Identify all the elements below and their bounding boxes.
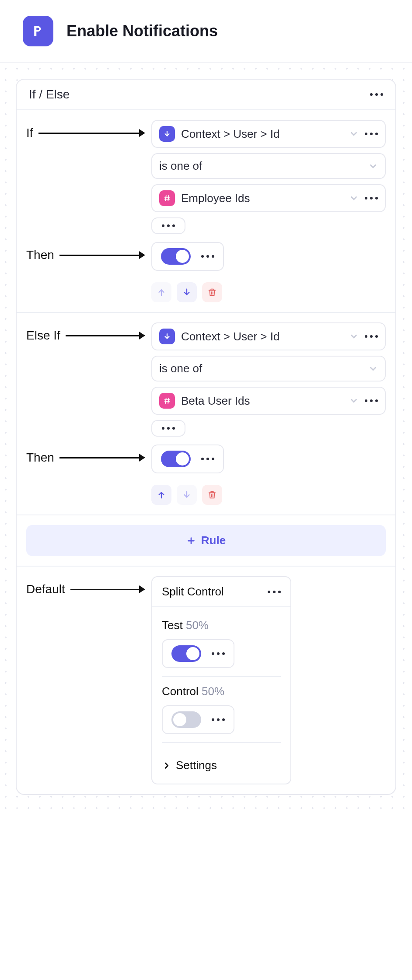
delete-rule-button[interactable] <box>202 485 222 505</box>
if-label: If <box>26 126 33 140</box>
arrow-down-circle-icon <box>159 329 175 344</box>
chevron-down-icon <box>368 364 378 374</box>
elseif-label-arrow: Else If <box>26 322 144 343</box>
then-label: Then <box>26 248 54 262</box>
then-toggle[interactable] <box>161 451 191 467</box>
then-label-arrow: Then <box>26 242 144 262</box>
chevron-down-icon <box>349 332 359 341</box>
chevron-down-icon <box>368 161 378 171</box>
add-rule-button[interactable]: Rule <box>26 525 386 556</box>
value-selector[interactable]: Beta User Ids <box>151 387 386 415</box>
add-condition-button[interactable] <box>151 217 185 234</box>
default-label: Default <box>26 582 65 596</box>
default-label-arrow: Default <box>26 576 144 596</box>
add-condition-button[interactable] <box>151 420 185 437</box>
split-group-toggle[interactable] <box>171 645 201 662</box>
chevron-right-icon <box>162 761 171 770</box>
split-group-value-container <box>162 639 234 668</box>
attribute-selector[interactable]: Context > User > Id <box>151 322 386 350</box>
add-rule-label: Rule <box>201 534 226 547</box>
split-group-name: Control <box>162 685 199 698</box>
move-down-button[interactable] <box>177 282 197 302</box>
operator-selector[interactable]: is one of <box>151 153 386 179</box>
rule-card: If / Else If Context > User > Id <box>16 79 396 795</box>
if-label-arrow: If <box>26 120 144 140</box>
split-group-menu-button[interactable] <box>212 718 225 721</box>
attribute-selector[interactable]: Context > User > Id <box>151 120 386 148</box>
split-group-percent: 50% <box>202 685 224 698</box>
then-menu-button[interactable] <box>201 255 214 258</box>
move-down-button <box>177 485 197 505</box>
then-menu-button[interactable] <box>201 458 214 460</box>
split-group-name: Test <box>162 619 183 632</box>
canvas: If / Else If Context > User > Id <box>0 63 412 811</box>
move-up-button <box>151 282 171 302</box>
attribute-menu-button[interactable] <box>365 335 378 338</box>
operator-text: is one of <box>159 159 362 173</box>
attribute-text: Context > User > Id <box>181 127 343 141</box>
arrow-down-circle-icon <box>159 126 175 142</box>
split-group-value-container <box>162 705 234 734</box>
then-value-container <box>151 242 224 271</box>
move-up-button[interactable] <box>151 485 171 505</box>
split-header: Split Control <box>152 577 290 607</box>
chevron-down-icon <box>349 129 359 139</box>
add-rule-section: Rule <box>17 515 395 567</box>
rule-block: Else If Context > User > Id is one of <box>17 313 395 515</box>
split-settings-label: Settings <box>176 759 217 772</box>
chevron-down-icon <box>349 396 359 406</box>
attribute-text: Context > User > Id <box>181 330 343 343</box>
card-title: If / Else <box>29 88 70 102</box>
split-settings-button[interactable]: Settings <box>162 751 281 772</box>
page-title: Enable Notifications <box>66 22 218 40</box>
split-group-menu-button[interactable] <box>212 652 225 655</box>
value-text: Employee Ids <box>181 192 343 205</box>
split-title: Split Control <box>162 585 224 598</box>
operator-selector[interactable]: is one of <box>151 356 386 382</box>
hash-icon <box>159 190 175 206</box>
split-group-toggle[interactable] <box>171 711 201 728</box>
split-menu-button[interactable] <box>268 591 281 593</box>
split-settings-item: Settings <box>162 743 281 775</box>
value-menu-button[interactable] <box>365 399 378 402</box>
elseif-label: Else If <box>26 329 60 343</box>
default-block: Default Split Control Test <box>17 567 395 794</box>
card-header: If / Else <box>17 80 395 110</box>
then-label: Then <box>26 451 54 465</box>
app-icon <box>23 16 53 46</box>
delete-rule-button[interactable] <box>202 282 222 302</box>
split-group: Test 50% <box>162 616 281 677</box>
operator-text: is one of <box>159 362 362 375</box>
then-toggle[interactable] <box>161 248 191 265</box>
rule-block: If Context > User > Id is <box>17 110 395 313</box>
rule-actions <box>151 282 386 302</box>
split-group: Control 50% <box>162 677 281 743</box>
plus-icon <box>186 536 196 546</box>
then-label-arrow: Then <box>26 444 144 465</box>
split-group-percent: 50% <box>186 619 209 632</box>
page-header: Enable Notifications <box>0 0 412 63</box>
value-text: Beta User Ids <box>181 394 343 408</box>
card-menu-button[interactable] <box>370 93 383 96</box>
value-menu-button[interactable] <box>365 197 378 200</box>
then-value-container <box>151 444 224 473</box>
attribute-menu-button[interactable] <box>365 133 378 135</box>
chevron-down-icon <box>349 193 359 203</box>
rule-actions <box>151 485 386 505</box>
hash-icon <box>159 393 175 409</box>
value-selector[interactable]: Employee Ids <box>151 184 386 212</box>
split-control-panel: Split Control Test 50% <box>151 576 291 784</box>
